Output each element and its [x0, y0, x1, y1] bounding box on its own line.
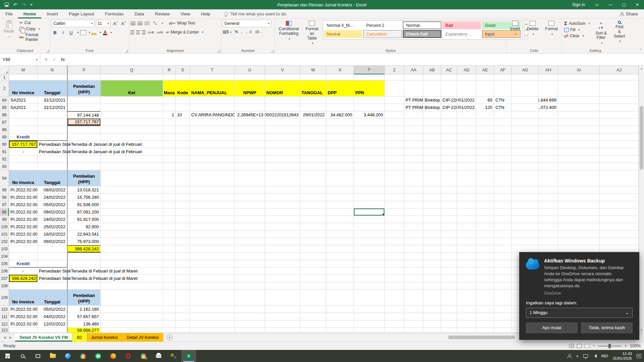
- row-header-111[interactable]: 111: [0, 313, 9, 320]
- cell-AB100[interactable]: [423, 223, 441, 231]
- cell-AA89[interactable]: [404, 133, 423, 141]
- cell-U92[interactable]: [235, 156, 265, 163]
- row-header-91[interactable]: 91: [0, 148, 9, 156]
- cell-AJ84[interactable]: [600, 97, 639, 104]
- cell-R95[interactable]: [163, 186, 176, 194]
- cell-AA86[interactable]: [404, 111, 423, 119]
- cell-P86[interactable]: 97.144.148: [67, 111, 101, 119]
- cell-S111[interactable]: [176, 313, 190, 320]
- cell-V85[interactable]: [265, 104, 300, 111]
- cell-Y100[interactable]: [354, 223, 385, 231]
- cell-AB113[interactable]: [423, 328, 441, 333]
- row-header-112[interactable]: 112: [0, 320, 9, 328]
- cell-V101[interactable]: [265, 231, 300, 238]
- cell-T102[interactable]: [190, 238, 235, 245]
- cell-X111[interactable]: [326, 313, 354, 320]
- cell-AD98[interactable]: [457, 208, 476, 216]
- cell-T86[interactable]: CV ARIRA PANGINDO: [190, 111, 235, 119]
- cell-P96[interactable]: 15.756.280: [67, 194, 101, 201]
- page-layout-view-icon[interactable]: [577, 344, 582, 348]
- cell-AI98[interactable]: [558, 208, 600, 216]
- cell-AE99[interactable]: [476, 216, 494, 223]
- cell-U101[interactable]: [235, 231, 265, 238]
- cell-R106[interactable]: [163, 267, 176, 275]
- cell-AF97[interactable]: [494, 201, 512, 208]
- cell-X88[interactable]: [326, 126, 354, 133]
- cell-AB101[interactable]: [423, 231, 441, 238]
- cell-AI85[interactable]: [558, 104, 600, 111]
- cell-N86[interactable]: [38, 111, 67, 119]
- cell-AD102[interactable]: [457, 238, 476, 245]
- cell-AE94[interactable]: [476, 170, 494, 186]
- cell-X93[interactable]: [326, 163, 354, 170]
- cell-AG98[interactable]: [512, 208, 539, 216]
- cell-M2[interactable]: No Invoice: [9, 80, 38, 97]
- cell-AI2[interactable]: [558, 80, 600, 97]
- cell-AI100[interactable]: [558, 223, 600, 231]
- cell-AI87[interactable]: [558, 119, 600, 126]
- cell-AI96[interactable]: [558, 194, 600, 201]
- cell-Y92[interactable]: [354, 156, 385, 163]
- cell-N92[interactable]: [38, 156, 67, 163]
- cell-X110[interactable]: [326, 306, 354, 313]
- cell-N105[interactable]: [38, 260, 67, 267]
- cell-AD112[interactable]: [457, 320, 476, 328]
- cell-Y110[interactable]: [354, 306, 385, 313]
- clipboard-dialog-launcher[interactable]: [46, 50, 49, 52]
- cell-AB112[interactable]: [423, 320, 441, 328]
- cell-AF92[interactable]: [494, 156, 512, 163]
- cell-U96[interactable]: [235, 194, 265, 201]
- cell-AF2[interactable]: [494, 80, 512, 97]
- cell-M1[interactable]: [9, 74, 38, 80]
- row-header-107[interactable]: 107: [0, 275, 9, 282]
- cell-M91[interactable]: -: [9, 148, 38, 156]
- tab-file[interactable]: File: [0, 9, 18, 18]
- cell-AJ89[interactable]: [600, 133, 639, 141]
- cell-AA107[interactable]: [404, 275, 423, 282]
- cell-AG86[interactable]: [512, 111, 539, 119]
- column-header-R[interactable]: R: [163, 66, 176, 74]
- cell-AF113[interactable]: [494, 328, 512, 333]
- cell-U93[interactable]: [235, 163, 265, 170]
- cell-V111[interactable]: [265, 313, 300, 320]
- cell-V90[interactable]: [265, 141, 300, 148]
- cell-Y91[interactable]: [354, 148, 385, 156]
- cell-AD92[interactable]: [457, 156, 476, 163]
- cell-V107[interactable]: [265, 275, 300, 282]
- cell-U90[interactable]: [235, 141, 265, 148]
- cell-N107[interactable]: Persediaan StokTersedia di Febuari di ju…: [38, 275, 67, 282]
- cell-T99[interactable]: [190, 216, 235, 223]
- cell-M87[interactable]: [9, 119, 38, 126]
- excel-taskbar-icon[interactable]: X: [181, 350, 196, 362]
- cell-V86[interactable]: 100022201512643: [265, 111, 300, 119]
- cell-AB111[interactable]: [423, 313, 441, 320]
- cell-AG95[interactable]: [512, 186, 539, 194]
- style-percent-2[interactable]: Percent 2: [363, 21, 402, 29]
- cell-AB104[interactable]: [423, 253, 441, 260]
- cell-AE1[interactable]: [476, 74, 494, 80]
- cell-AG102[interactable]: [512, 238, 539, 245]
- row-header-102[interactable]: 102: [0, 238, 9, 245]
- cell-AE95[interactable]: [476, 186, 494, 194]
- autosum-button[interactable]: ΣAutoSum▾: [563, 20, 591, 27]
- keyboard-language[interactable]: IND: [601, 354, 608, 358]
- cell-R107[interactable]: [163, 275, 176, 282]
- cell-AE111[interactable]: [476, 313, 494, 320]
- cell-W111[interactable]: [300, 313, 326, 320]
- select-all-corner[interactable]: ◢: [0, 66, 9, 74]
- cell-V84[interactable]: [265, 97, 300, 104]
- cell-U89[interactable]: [235, 133, 265, 141]
- file-explorer-taskbar-icon[interactable]: [45, 350, 60, 362]
- cell-X100[interactable]: [326, 223, 354, 231]
- row-header-92[interactable]: 92: [0, 156, 9, 163]
- cell-AF89[interactable]: [494, 133, 512, 141]
- cell-AD90[interactable]: [457, 141, 476, 148]
- row-header-88[interactable]: 88: [0, 126, 9, 133]
- cell-AI95[interactable]: [558, 186, 600, 194]
- cell-N96[interactable]: 24/02/2022: [38, 194, 67, 201]
- cell-R100[interactable]: [163, 223, 176, 231]
- cell-P108[interactable]: [67, 282, 101, 290]
- cell-W101[interactable]: [300, 231, 326, 238]
- cell-AC104[interactable]: [441, 253, 457, 260]
- cell-X96[interactable]: [326, 194, 354, 201]
